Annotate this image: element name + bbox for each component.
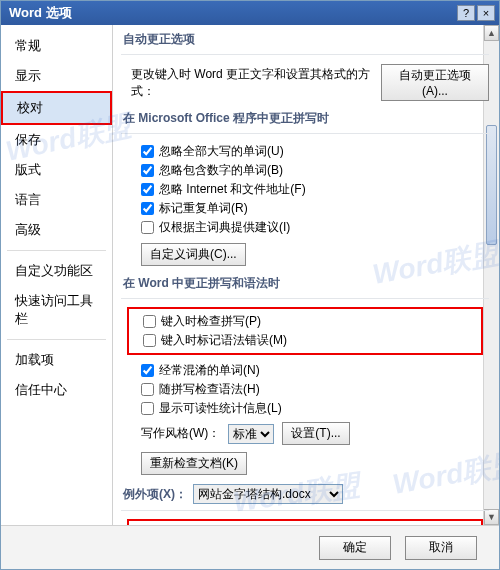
exceptions-label: 例外项(X)： [123,486,187,503]
exceptions-highlight-group: 只隐藏此文档中的拼写错误(S) 只隐藏此文档中的语法错误(D) [127,519,483,525]
sidebar-item-display[interactable]: 显示 [1,61,112,91]
custom-dictionaries-button[interactable]: 自定义词典(C)... [141,243,246,266]
close-button[interactable]: × [477,5,495,21]
sidebar-item-save[interactable]: 保存 [1,125,112,155]
chk-check-spelling-typing[interactable]: 键入时检查拼写(P) [143,313,261,330]
sidebar-item-general[interactable]: 常规 [1,31,112,61]
content-panel: ▲ ▼ 自动更正选项 更改键入时 Word 更正文字和设置其格式的方式： 自动更… [113,25,499,525]
titlebar: Word 选项 ? × [1,1,499,25]
autocorrect-options-button[interactable]: 自动更正选项(A)... [381,64,489,101]
chk-ignore-uppercase[interactable]: 忽略全部大写的单词(U) [141,143,284,160]
spellcheck-highlight-group: 键入时检查拼写(P) 键入时标记语法错误(M) [127,307,483,355]
help-button[interactable]: ? [457,5,475,21]
writing-style-label: 写作风格(W)： [141,425,220,442]
chk-ignore-numbers-box[interactable] [141,164,154,177]
recheck-document-button[interactable]: 重新检查文档(K) [141,452,247,475]
chk-grammar-with-spelling-box[interactable] [141,383,154,396]
sidebar-item-proofing[interactable]: 校对 [1,91,112,125]
sidebar: 常规 显示 校对 保存 版式 语言 高级 自定义功能区 快速访问工具栏 加载项 … [1,25,113,525]
section-word-spelling: 在 Word 中更正拼写和语法时 [121,267,489,299]
chk-grammar-with-spelling[interactable]: 随拼写检查语法(H) [141,381,260,398]
chk-confused-words-box[interactable] [141,364,154,377]
chk-check-spelling-typing-box[interactable] [143,315,156,328]
word-options-dialog: Word 选项 ? × 常规 显示 校对 保存 版式 语言 高级 自定义功能区 … [0,0,500,570]
sidebar-item-language[interactable]: 语言 [1,185,112,215]
chk-mark-grammar-typing[interactable]: 键入时标记语法错误(M) [143,332,287,349]
chk-ignore-numbers[interactable]: 忽略包含数字的单词(B) [141,162,283,179]
content-inner: 自动更正选项 更改键入时 Word 更正文字和设置其格式的方式： 自动更正选项(… [113,25,499,525]
section-office-spelling: 在 Microsoft Office 程序中更正拼写时 [121,102,489,134]
chk-ignore-internet-box[interactable] [141,183,154,196]
sidebar-item-qat[interactable]: 快速访问工具栏 [1,286,112,334]
chk-flag-repeated-box[interactable] [141,202,154,215]
chk-flag-repeated[interactable]: 标记重复单词(R) [141,200,248,217]
chk-mark-grammar-typing-box[interactable] [143,334,156,347]
sidebar-item-trust[interactable]: 信任中心 [1,375,112,405]
dialog-body: 常规 显示 校对 保存 版式 语言 高级 自定义功能区 快速访问工具栏 加载项 … [1,25,499,525]
sidebar-separator [7,339,106,340]
chk-ignore-internet[interactable]: 忽略 Internet 和文件地址(F) [141,181,306,198]
chk-confused-words[interactable]: 经常混淆的单词(N) [141,362,260,379]
chk-readability-stats[interactable]: 显示可读性统计信息(L) [141,400,282,417]
dialog-footer: 确定 取消 [1,525,499,569]
section-autocorrect: 自动更正选项 [121,25,489,55]
ok-button[interactable]: 确定 [319,536,391,560]
writing-style-select[interactable]: 标准 [228,424,274,444]
settings-button[interactable]: 设置(T)... [282,422,349,445]
autocorrect-row: 更改键入时 Word 更正文字和设置其格式的方式： 自动更正选项(A)... [121,63,489,102]
chk-main-dict-only-box[interactable] [141,221,154,234]
sidebar-item-customize-ribbon[interactable]: 自定义功能区 [1,256,112,286]
chk-main-dict-only[interactable]: 仅根据主词典提供建议(I) [141,219,290,236]
sidebar-item-layout[interactable]: 版式 [1,155,112,185]
section-exceptions: 例外项(X)： 网站金字塔结构.docx [121,476,489,511]
cancel-button[interactable]: 取消 [405,536,477,560]
sidebar-item-advanced[interactable]: 高级 [1,215,112,245]
chk-ignore-uppercase-box[interactable] [141,145,154,158]
dialog-title: Word 选项 [5,4,455,22]
sidebar-separator [7,250,106,251]
chk-readability-stats-box[interactable] [141,402,154,415]
exceptions-doc-select[interactable]: 网站金字塔结构.docx [193,484,343,504]
autocorrect-label: 更改键入时 Word 更正文字和设置其格式的方式： [131,66,373,100]
sidebar-item-addins[interactable]: 加载项 [1,345,112,375]
